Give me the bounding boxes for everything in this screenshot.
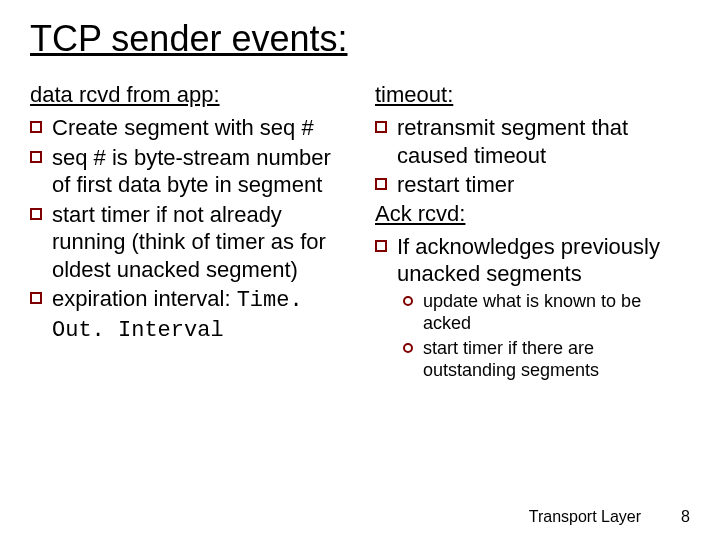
footer-label: Transport Layer [529, 508, 641, 526]
sub-list-item: update what is known to be acked [403, 290, 690, 335]
content-columns: data rcvd from app: Create segment with … [30, 80, 690, 384]
right-column: timeout: retransmit segment that caused … [375, 80, 690, 384]
square-bullet-icon [30, 121, 42, 133]
left-heading: data rcvd from app: [30, 82, 345, 108]
square-bullet-icon [375, 240, 387, 252]
list-item: retransmit segment that caused timeout [375, 114, 690, 169]
square-bullet-icon [375, 121, 387, 133]
square-bullet-icon [30, 151, 42, 163]
list-item: expiration interval: Time. Out. Interval [30, 285, 345, 344]
sub-bullet-text: update what is known to be acked [423, 290, 690, 335]
page-number: 8 [681, 508, 690, 526]
bullet-text: seq # is byte-stream number of first dat… [52, 144, 345, 199]
sub-list-item: start timer if there are outstanding seg… [403, 337, 690, 382]
bullet-text: Create segment with seq # [52, 114, 345, 142]
slide-footer: Transport Layer 8 [529, 508, 690, 526]
bullet-text: expiration interval: Time. Out. Interval [52, 285, 345, 344]
square-bullet-icon [375, 178, 387, 190]
square-bullet-icon [30, 292, 42, 304]
square-bullet-icon [30, 208, 42, 220]
list-item: seq # is byte-stream number of first dat… [30, 144, 345, 199]
circle-bullet-icon [403, 296, 413, 306]
right-heading-ack: Ack rcvd: [375, 201, 690, 227]
left-column: data rcvd from app: Create segment with … [30, 80, 345, 384]
circle-bullet-icon [403, 343, 413, 353]
list-item: Create segment with seq # [30, 114, 345, 142]
bullet-text: restart timer [397, 171, 690, 199]
bullet-text: If acknowledges previously unacked segme… [397, 233, 690, 288]
sub-bullet-text: start timer if there are outstanding seg… [423, 337, 690, 382]
list-item: start timer if not already running (thin… [30, 201, 345, 284]
bullet-text: retransmit segment that caused timeout [397, 114, 690, 169]
right-heading-timeout: timeout: [375, 82, 690, 108]
list-item: If acknowledges previously unacked segme… [375, 233, 690, 288]
list-item: restart timer [375, 171, 690, 199]
bullet-text: start timer if not already running (thin… [52, 201, 345, 284]
bullet-text-pre: expiration interval: [52, 286, 237, 311]
slide-title: TCP sender events: [30, 18, 690, 60]
